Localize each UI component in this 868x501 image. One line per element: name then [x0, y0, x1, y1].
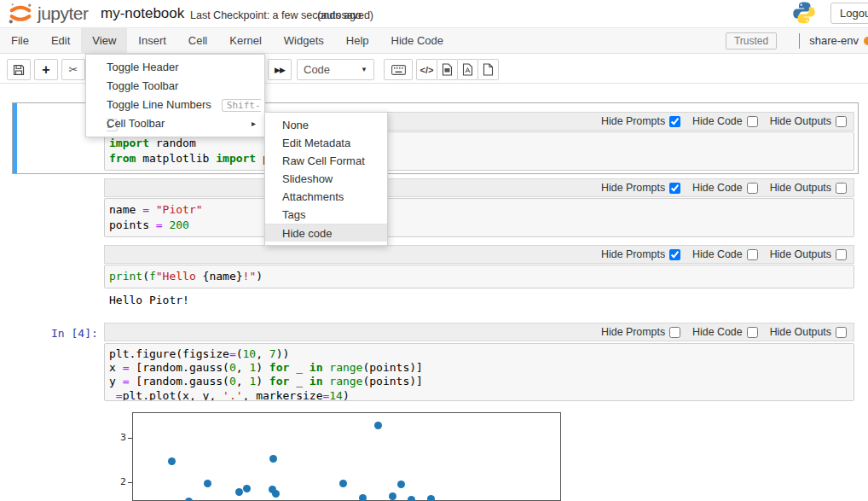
cell-4-input-prompt: In [4]:: [51, 327, 98, 340]
scatter-point: [272, 490, 280, 498]
cell-type-select[interactable]: Code ▼: [297, 59, 374, 80]
menu-item-label: Toggle Toolbar: [107, 79, 178, 92]
ct-label-hide-prompts: Hide Prompts: [601, 326, 665, 338]
trusted-badge: Trusted: [726, 32, 777, 50]
chevron-down-icon: ▼: [361, 66, 367, 73]
scatter-point: [397, 481, 405, 488]
hide-outputs-checkbox-cell-3[interactable]: [836, 249, 847, 260]
code-line: from matplotlib import p: [109, 151, 854, 166]
hide-outputs-checkbox-cell-2[interactable]: [836, 183, 847, 194]
menu-widgets[interactable]: Widgets: [273, 28, 335, 53]
command-palette-button[interactable]: [384, 59, 413, 80]
ct-label-hide-code: Hide Code: [692, 326, 743, 338]
notebook-area: Hide PromptsHide CodeHide Outputsimport …: [0, 84, 868, 501]
submenu-item-slideshow[interactable]: Slideshow: [265, 170, 387, 188]
new-file-button[interactable]: [477, 59, 499, 80]
menu-help[interactable]: Help: [335, 28, 380, 53]
kernel-env-label: share-env: [809, 34, 859, 47]
code-line: y = [random.gauss(0, 1) for _ in range(p…: [109, 375, 854, 388]
hide-prompts-checkbox-cell-2[interactable]: [669, 183, 680, 194]
cell-4-code-editor[interactable]: plt.figure(figsize=(10, 7))x = [random.g…: [104, 343, 854, 401]
menubar-divider: [799, 33, 800, 49]
hide-outputs-checkbox-cell-4[interactable]: [836, 327, 847, 338]
jupyter-logo[interactable]: jupyter: [7, 2, 89, 26]
code-tags-icon: </>: [420, 65, 434, 75]
menubar-right: Trusted share-env: [726, 28, 868, 53]
blank-file-icon: [483, 63, 494, 76]
scatter-point: [168, 457, 176, 465]
code-line: plt.figure(figsize=(10, 7)): [109, 347, 854, 361]
submenu-item-attachments[interactable]: Attachments: [265, 188, 387, 206]
hide-prompts-checkbox-cell-3[interactable]: [669, 249, 680, 260]
notebook-title[interactable]: my-notebook: [101, 5, 184, 22]
y-tick-label: 3: [112, 432, 126, 443]
y-tick-mark: [128, 482, 132, 483]
menu-hide-code[interactable]: Hide Code: [380, 28, 454, 53]
menu-insert[interactable]: Insert: [127, 28, 177, 53]
code-line: name = "Piotr": [109, 202, 854, 218]
run-all-button[interactable]: ▶▶: [268, 59, 292, 80]
hide-code-checkbox-cell-3[interactable]: [747, 249, 758, 260]
ct-label-hide-code: Hide Code: [692, 182, 743, 194]
hide-code-checkbox-cell-2[interactable]: [747, 183, 758, 194]
ct-label-hide-prompts: Hide Prompts: [601, 115, 665, 127]
scatter-point: [204, 480, 211, 487]
plus-icon: +: [42, 63, 49, 77]
hide-outputs-checkbox-cell-1[interactable]: [836, 116, 847, 127]
fast-forward-icon: ▶▶: [275, 66, 285, 74]
jupyter-logo-icon: [7, 2, 34, 26]
logout-button[interactable]: Logout: [830, 3, 868, 24]
hide-prompts-checkbox-cell-4[interactable]: [669, 327, 680, 338]
hide-code-checkbox-cell-4[interactable]: [747, 327, 758, 338]
keyboard-icon: [391, 65, 406, 75]
ct-label-hide-outputs: Hide Outputs: [770, 326, 831, 338]
view-menu-dropdown: Toggle HeaderToggle ToolbarToggle Line N…: [85, 54, 265, 137]
ct-label-hide-outputs: Hide Outputs: [770, 248, 831, 260]
export-document-button[interactable]: [437, 59, 458, 80]
scatter-point: [408, 496, 415, 501]
hide-code-checkbox-cell-1[interactable]: [747, 116, 758, 127]
save-button[interactable]: [7, 59, 31, 80]
y-tick-mark: [128, 438, 132, 439]
pdf-file-icon: [462, 63, 473, 76]
cell-2-code-editor[interactable]: name = "Piotr"points = 200: [104, 198, 854, 237]
view-menu-item-toggle-line-numbers[interactable]: Toggle Line NumbersShift-L: [86, 96, 264, 114]
menu-view[interactable]: View: [81, 28, 127, 53]
submenu-item-edit-metadata[interactable]: Edit Metadata: [265, 134, 387, 152]
export-pdf-button[interactable]: [457, 59, 478, 80]
submenu-arrow-icon: ▸: [252, 114, 256, 133]
ct-label-hide-code: Hide Code: [692, 248, 743, 260]
ct-label-hide-prompts: Hide Prompts: [601, 248, 665, 260]
jupyter-logo-text: jupyter: [38, 3, 89, 24]
submenu-item-tags[interactable]: Tags: [265, 206, 387, 224]
python-kernel-icon: [792, 1, 816, 25]
scatter-point: [359, 494, 367, 501]
y-tick-label: 2: [112, 476, 126, 487]
submenu-item-raw-cell-format[interactable]: Raw Cell Format: [265, 152, 387, 170]
toggle-code-button[interactable]: </>: [416, 59, 437, 80]
submenu-item-none[interactable]: None: [265, 116, 387, 134]
view-menu-item-toggle-toolbar[interactable]: Toggle Toolbar: [86, 77, 264, 96]
cut-cell-button[interactable]: ✂: [61, 59, 85, 80]
view-menu-item-toggle-header[interactable]: Toggle Header: [86, 58, 264, 77]
code-line: points = 200: [109, 218, 854, 233]
menu-kernel[interactable]: Kernel: [218, 28, 273, 53]
ct-label-hide-outputs: Hide Outputs: [770, 115, 831, 127]
menu-edit[interactable]: Edit: [40, 28, 81, 53]
floppy-disk-icon: [13, 64, 25, 76]
menu-item-label: Cell Toolbar: [107, 117, 165, 130]
hide-prompts-checkbox-cell-1[interactable]: [669, 116, 680, 127]
cell-toolbar-submenu: NoneEdit MetadataRaw Cell FormatSlidesho…: [264, 112, 388, 246]
cell-4-plot-output: [132, 412, 561, 501]
cell-2-toolbar: Hide PromptsHide CodeHide Outputs: [104, 178, 854, 197]
menu-cell[interactable]: Cell: [177, 28, 218, 53]
kernel-status-icon: [864, 37, 868, 45]
code-line: print(f"Hello {name}!"): [109, 269, 854, 284]
cell-3-code-editor[interactable]: print(f"Hello {name}!"): [104, 265, 854, 288]
view-menu-item-cell-toolbar[interactable]: Cell Toolbar▸: [86, 114, 264, 133]
header: jupyter my-notebook Last Checkpoint: a f…: [0, 0, 868, 27]
add-cell-button[interactable]: +: [34, 59, 58, 80]
submenu-item-hide-code[interactable]: Hide code: [265, 224, 387, 242]
menu-file[interactable]: File: [0, 28, 40, 53]
scatter-point: [339, 480, 347, 487]
